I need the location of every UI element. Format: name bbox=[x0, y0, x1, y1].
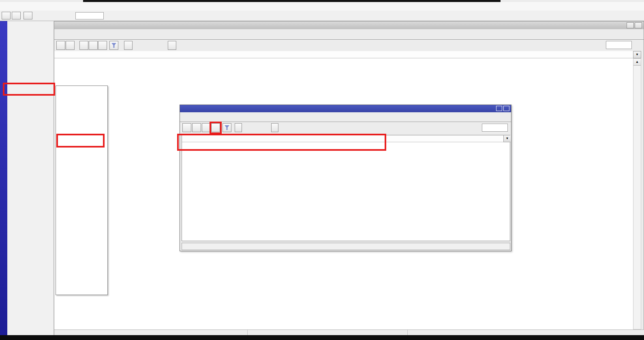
funnel-icon bbox=[111, 43, 116, 48]
queue-table-header bbox=[54, 51, 633, 58]
scroll-up-button[interactable]: ▲ bbox=[633, 59, 641, 66]
filter-button[interactable] bbox=[109, 41, 118, 50]
restore-button[interactable] bbox=[627, 22, 634, 28]
menubar bbox=[0, 2, 644, 11]
dhcp-server-window: ▼ bbox=[180, 105, 511, 251]
sidebar bbox=[7, 21, 54, 335]
safe-mode-button[interactable] bbox=[24, 12, 32, 19]
reset-counters-button[interactable] bbox=[124, 41, 133, 50]
maximize-button[interactable] bbox=[496, 106, 502, 111]
disable-queue-button[interactable] bbox=[89, 41, 98, 50]
column-select-button[interactable]: ▼ bbox=[633, 51, 641, 58]
queue-statusbar bbox=[54, 329, 644, 336]
annotation-box-step2 bbox=[56, 134, 105, 148]
main-toolbar bbox=[0, 11, 644, 21]
vertical-scrollbar[interactable]: ▲ bbox=[633, 58, 641, 329]
dhcp-config-button[interactable] bbox=[235, 123, 242, 132]
filter-button[interactable] bbox=[223, 123, 231, 132]
remove-dhcp-button[interactable] bbox=[192, 123, 201, 132]
reset-all-counters-button[interactable] bbox=[168, 41, 176, 50]
add-dhcp-button[interactable] bbox=[182, 123, 191, 132]
funnel-icon bbox=[225, 125, 229, 130]
redo-button[interactable] bbox=[12, 12, 21, 19]
dhcp-setup-button[interactable] bbox=[271, 123, 278, 132]
dhcp-toolbar bbox=[180, 122, 511, 134]
close-button[interactable] bbox=[503, 106, 509, 111]
dhcp-window-titlebar[interactable] bbox=[180, 105, 511, 112]
column-select-button[interactable]: ▼ bbox=[503, 135, 511, 142]
dhcp-statusbar bbox=[182, 243, 510, 250]
queue-find-input[interactable] bbox=[606, 41, 632, 49]
winbox-screen: ▼ ▲ ▼ bbox=[0, 0, 644, 340]
bottom-black-bar bbox=[0, 335, 644, 340]
queue-toolbar bbox=[54, 40, 644, 51]
dhcp-find-input[interactable] bbox=[482, 124, 508, 132]
annotation-box-step1 bbox=[3, 83, 55, 96]
undo-button[interactable] bbox=[2, 12, 11, 19]
ip-submenu bbox=[56, 86, 108, 295]
annotation-box-step3 bbox=[177, 134, 386, 151]
enable-queue-button[interactable] bbox=[79, 41, 88, 50]
session-input[interactable] bbox=[75, 12, 104, 19]
dhcp-table: ▼ bbox=[182, 135, 510, 241]
add-queue-button[interactable] bbox=[56, 41, 65, 50]
queue-window-titlebar[interactable] bbox=[54, 21, 644, 29]
remove-queue-button[interactable] bbox=[66, 41, 75, 50]
brand-strip bbox=[0, 21, 7, 335]
queue-tabs bbox=[54, 29, 644, 40]
dhcp-tabs bbox=[180, 112, 511, 122]
comment-button[interactable] bbox=[98, 41, 107, 50]
annotation-box-step4 bbox=[210, 122, 222, 134]
close-button[interactable] bbox=[635, 22, 642, 28]
